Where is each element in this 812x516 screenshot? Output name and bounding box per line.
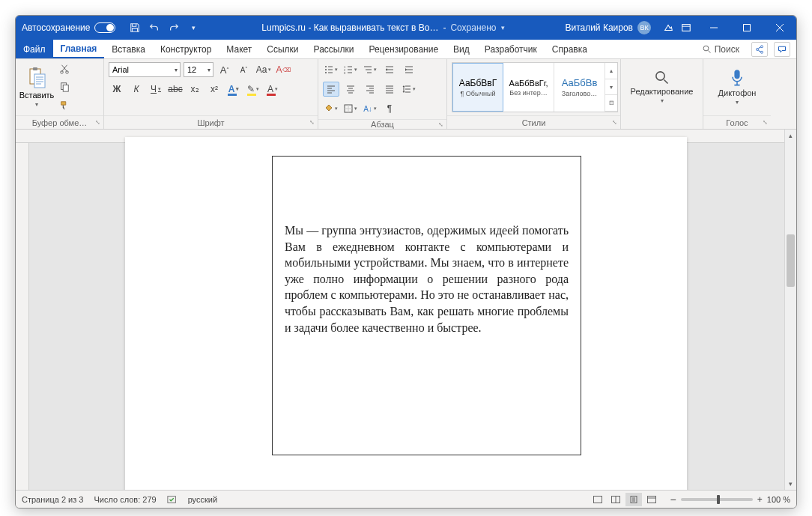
tab-review[interactable]: Рецензирование: [361, 40, 446, 58]
autosave-toggle[interactable]: [94, 22, 115, 33]
paste-label: Вставить: [19, 91, 55, 100]
align-right-button[interactable]: [362, 82, 378, 97]
borders-button[interactable]: [342, 101, 359, 116]
clipboard-icon: [27, 67, 46, 89]
web-view-icon[interactable]: [643, 493, 660, 506]
save-icon[interactable]: [129, 22, 141, 34]
text-frame[interactable]: Мы — группа энтузиастов, одержимых идеей…: [272, 156, 581, 455]
outdent-button[interactable]: [381, 62, 398, 77]
saved-caret-icon[interactable]: ▾: [501, 24, 505, 31]
app-window: Автосохранение ▾ Lumpics.ru - Как выравн…: [15, 15, 797, 509]
tab-help[interactable]: Справка: [545, 40, 595, 58]
tab-references[interactable]: Ссылки: [259, 40, 306, 58]
tab-mailings[interactable]: Рассылки: [306, 40, 362, 58]
spellcheck-icon[interactable]: [167, 494, 178, 505]
redo-icon[interactable]: [168, 22, 180, 34]
numbering-button[interactable]: 123: [342, 62, 359, 77]
scroll-thumb[interactable]: [787, 234, 795, 287]
justify-button[interactable]: [381, 82, 398, 97]
undo-icon[interactable]: [148, 22, 160, 34]
user-name: Виталий Каиров: [565, 22, 633, 33]
vertical-scrollbar[interactable]: ▴ ▾: [784, 130, 796, 490]
font-name-combo[interactable]: Arial: [109, 62, 181, 77]
tab-file[interactable]: Файл: [16, 40, 53, 58]
align-center-button[interactable]: [342, 82, 359, 97]
minimize-button[interactable]: [697, 16, 730, 40]
read-view-icon[interactable]: [608, 493, 624, 506]
comments-button[interactable]: [774, 42, 790, 57]
style-normal[interactable]: АаБбВвГ ¶ Обычный: [452, 63, 503, 112]
vertical-ruler[interactable]: [16, 143, 29, 490]
copy-icon[interactable]: [58, 81, 71, 93]
paste-button[interactable]: Вставить ▾: [20, 62, 53, 112]
shading-button[interactable]: [323, 101, 339, 116]
user-area[interactable]: Виталий Каиров ВК: [559, 16, 657, 40]
tab-layout[interactable]: Макет: [219, 40, 259, 58]
microphone-icon: [730, 69, 745, 87]
shrink-font-icon[interactable]: A˅: [236, 62, 252, 77]
svg-rect-8: [34, 74, 45, 88]
styles-more-icon[interactable]: ⊟: [605, 95, 617, 112]
tab-insert[interactable]: Вставка: [104, 40, 153, 58]
print-view-icon[interactable]: [625, 493, 642, 506]
zoom-in-button[interactable]: +: [757, 494, 763, 505]
align-left-button[interactable]: [323, 82, 339, 97]
ribbon-display-icon[interactable]: [681, 22, 691, 33]
editing-label: Редактирование: [631, 87, 694, 96]
qat-customize-icon[interactable]: ▾: [187, 22, 199, 34]
show-marks-button[interactable]: ¶: [381, 101, 398, 116]
grow-font-icon[interactable]: A˄: [216, 62, 233, 77]
line-spacing-button[interactable]: [401, 82, 417, 97]
scroll-up-icon[interactable]: ▴: [785, 130, 796, 142]
scroll-down-icon[interactable]: ▾: [785, 478, 796, 490]
maximize-button[interactable]: [730, 16, 763, 40]
styles-up-icon[interactable]: ▴: [605, 63, 617, 79]
saved-status[interactable]: Сохранено: [450, 22, 496, 33]
format-painter-icon[interactable]: [58, 100, 71, 112]
bold-button[interactable]: Ж: [109, 82, 125, 97]
page-indicator[interactable]: Страница 2 из 3: [22, 495, 83, 504]
page[interactable]: Мы — группа энтузиастов, одержимых идеей…: [125, 137, 687, 490]
tab-view[interactable]: Вид: [446, 40, 477, 58]
group-editing: Редактирование ▾ .: [621, 59, 703, 129]
style-nospacing[interactable]: АаБбВвГг, Без интер…: [503, 63, 554, 112]
font-size-combo[interactable]: 12: [184, 62, 213, 77]
editing-button[interactable]: Редактирование ▾: [625, 62, 698, 112]
styles-down-icon[interactable]: ▾: [605, 79, 617, 96]
zoom-out-button[interactable]: −: [670, 494, 676, 506]
tab-home[interactable]: Главная: [53, 40, 105, 58]
svg-point-13: [325, 66, 327, 67]
italic-button[interactable]: К: [128, 82, 145, 97]
bullets-button[interactable]: [323, 62, 339, 77]
share-button[interactable]: [751, 42, 768, 57]
tab-developer[interactable]: Разработчик: [477, 40, 545, 58]
language-indicator[interactable]: русский: [188, 495, 217, 504]
indent-button[interactable]: [401, 62, 417, 77]
zoom-level[interactable]: 100 %: [767, 495, 790, 504]
superscript-button[interactable]: x²: [206, 82, 222, 97]
body-text[interactable]: Мы — группа энтузиастов, одержимых идеей…: [285, 222, 569, 336]
zoom-slider[interactable]: [681, 498, 753, 501]
clear-format-icon[interactable]: A⌫: [275, 62, 291, 77]
strike-button[interactable]: abc: [167, 82, 184, 97]
text-effects-button[interactable]: A: [225, 82, 242, 97]
style-heading[interactable]: АаБбВв Заголово…: [554, 63, 605, 112]
svg-text:3: 3: [344, 71, 346, 74]
change-case-button[interactable]: Aa: [255, 62, 272, 77]
word-count[interactable]: Число слов: 279: [94, 495, 156, 504]
tab-design[interactable]: Конструктор: [153, 40, 219, 58]
close-button[interactable]: [763, 16, 796, 40]
cut-icon[interactable]: [58, 63, 71, 75]
highlight-button[interactable]: ✎: [245, 82, 261, 97]
sort-button[interactable]: A↓: [362, 101, 378, 116]
underline-button[interactable]: Ч: [148, 82, 164, 97]
dictate-button[interactable]: Диктофон ▾: [708, 62, 766, 112]
styles-gallery[interactable]: АаБбВвГ ¶ Обычный АаБбВвГг, Без интер… А…: [452, 62, 618, 112]
focus-view-icon[interactable]: [590, 493, 606, 506]
font-color-button[interactable]: A: [264, 82, 281, 97]
search-box[interactable]: Поиск: [697, 40, 745, 58]
coming-soon-icon[interactable]: [663, 22, 673, 33]
svg-rect-26: [647, 496, 655, 503]
subscript-button[interactable]: x₂: [187, 82, 203, 97]
multilevel-button[interactable]: [362, 62, 378, 77]
